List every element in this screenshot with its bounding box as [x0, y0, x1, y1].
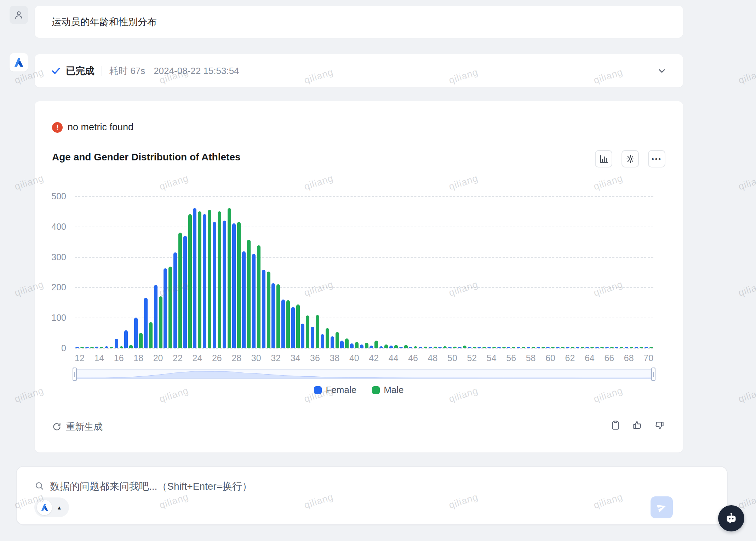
assistant-logo-icon: [40, 503, 49, 512]
bar-group: [173, 196, 183, 348]
bar-group: [644, 196, 654, 348]
bar-female: [635, 347, 638, 348]
settings-button[interactable]: [622, 150, 639, 167]
slider-handle-right[interactable]: [651, 368, 655, 381]
bar-female: [497, 347, 501, 348]
y-axis-label: 0: [61, 343, 66, 353]
bar-male: [129, 345, 133, 348]
bar-group: [369, 196, 379, 348]
datazoom-slider[interactable]: [75, 369, 653, 380]
warning-row: ! no metric found: [52, 122, 133, 133]
x-axis-label: [124, 353, 134, 363]
bar-group: [212, 196, 222, 348]
bar-female: [331, 336, 334, 348]
thumbs-up-button[interactable]: [632, 420, 643, 431]
bar-female: [399, 347, 403, 348]
bar-male: [237, 222, 241, 348]
bar-group: [222, 196, 232, 348]
model-selector-chip[interactable]: ▲: [34, 497, 69, 517]
x-axis-label: 64: [585, 353, 595, 363]
x-axis-label: 70: [643, 353, 653, 363]
x-axis-label: 62: [565, 353, 575, 363]
legend-item-female[interactable]: Female: [314, 385, 356, 395]
x-axis-label: [202, 353, 212, 363]
x-axis-label: [359, 353, 369, 363]
bar-male: [247, 240, 251, 348]
bar-female: [134, 318, 138, 348]
x-axis-label: 44: [389, 353, 399, 363]
bar-female: [262, 270, 265, 348]
collapse-button[interactable]: [657, 66, 667, 76]
x-axis-label: 32: [271, 353, 281, 363]
regenerate-button[interactable]: 重新生成: [52, 421, 103, 433]
x-axis-label: [143, 353, 153, 363]
bar-group: [85, 196, 94, 348]
bar-male: [571, 347, 574, 348]
send-button[interactable]: [651, 496, 673, 518]
bar-female: [291, 307, 295, 348]
chart-legend: FemaleMale: [35, 385, 683, 395]
bar-male: [149, 322, 153, 348]
bar-male: [120, 346, 123, 348]
bar-groups: [75, 196, 653, 348]
bar-group: [241, 196, 251, 348]
bar-female: [232, 223, 236, 348]
duration-text: 耗时 67s: [109, 65, 145, 77]
x-axis-label: [575, 353, 585, 363]
y-axis: 0100200300400500: [35, 196, 66, 348]
slider-handle-left[interactable]: [73, 368, 77, 381]
search-icon: [34, 481, 44, 491]
x-axis-label: 58: [526, 353, 536, 363]
copy-button[interactable]: [610, 420, 621, 431]
legend-swatch: [314, 386, 322, 394]
chart-type-button[interactable]: [595, 150, 612, 167]
bar-male: [218, 211, 221, 348]
bar-female: [527, 347, 530, 348]
x-axis-label: 20: [153, 353, 163, 363]
bar-group: [339, 196, 349, 348]
bar-female: [645, 347, 648, 348]
y-axis-label: 200: [51, 282, 66, 292]
status-card: 已完成 耗时 67s 2024-08-22 15:53:54: [35, 54, 683, 87]
watermark-text: qiliang: [737, 279, 756, 299]
bar-female: [311, 327, 314, 348]
x-axis-label: 66: [604, 353, 614, 363]
bar-group: [428, 196, 438, 348]
bar-group: [291, 196, 300, 348]
bar-female: [105, 346, 108, 348]
slider-track[interactable]: [75, 369, 653, 379]
x-axis-label: 34: [291, 353, 300, 363]
bar-male: [100, 347, 103, 348]
bar-group: [389, 196, 399, 348]
x-axis-label: 54: [487, 353, 497, 363]
bar-male: [482, 347, 486, 348]
legend-item-male[interactable]: Male: [372, 385, 403, 395]
bar-male: [512, 347, 515, 348]
bar-male: [228, 208, 231, 348]
bar-male: [257, 245, 260, 348]
bar-female: [124, 330, 128, 348]
result-card: ! no metric found Age and Gender Distrib…: [35, 101, 683, 452]
question-input[interactable]: [50, 478, 581, 495]
x-axis-label: [536, 353, 546, 363]
x-axis-label: [379, 353, 389, 363]
x-axis-label: [595, 353, 605, 363]
bar-group: [546, 196, 556, 348]
model-avatar: [37, 500, 52, 515]
more-button[interactable]: •••: [648, 150, 665, 167]
bar-male: [80, 347, 84, 348]
divider: [102, 66, 102, 76]
feedback-actions: [610, 420, 665, 431]
thumbs-down-button[interactable]: [654, 420, 665, 431]
bar-female: [95, 347, 98, 348]
assistant-bot-button[interactable]: [718, 505, 744, 531]
bar-male: [502, 347, 506, 348]
bar-female: [164, 268, 167, 348]
x-axis-label: 38: [330, 353, 339, 363]
x-axis: 1214161820222426283032343638404244464850…: [75, 353, 653, 363]
x-axis-label: 30: [251, 353, 261, 363]
bar-male: [336, 332, 339, 348]
bar-group: [251, 196, 261, 348]
bar-male: [404, 345, 408, 348]
x-axis-label: 14: [94, 353, 104, 363]
